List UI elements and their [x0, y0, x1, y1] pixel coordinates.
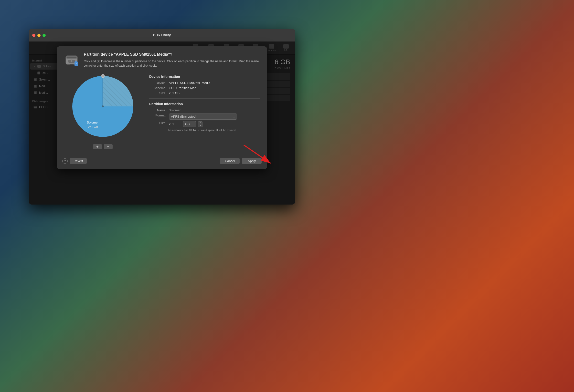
disk-utility-window: Disk Utility Volume First Aid Partition …	[29, 29, 295, 205]
partition-name-input[interactable]	[169, 108, 218, 112]
device-info-scheme-row: Scheme: GUID Partition Map	[149, 86, 260, 90]
svg-rect-15	[67, 57, 77, 58]
partition-size-input[interactable]	[169, 122, 181, 126]
remove-partition-button[interactable]: −	[104, 144, 113, 149]
partition-size-row: Size: GB MB TB ▲ ▼	[149, 121, 260, 127]
svg-point-36	[102, 105, 104, 107]
partition-name-label: Name:	[149, 108, 166, 112]
size-hint: This container has 89.14 GB used space. …	[166, 129, 260, 132]
partition-dialog: Partition device "APPLE SSD SM0256L Medi…	[57, 46, 267, 169]
svg-point-35	[101, 74, 104, 78]
close-button[interactable]	[32, 34, 35, 37]
device-info-scheme-value: GUID Partition Map	[169, 86, 196, 90]
device-info-device-value: APPLE SSD SM0256L Media	[169, 81, 210, 85]
info-separator	[149, 98, 260, 98]
pie-chart-container: Solomen 251 GB	[69, 72, 137, 141]
dialog-footer: ? Revert Cancel Apply	[57, 154, 267, 169]
partition-name-row: Name:	[149, 108, 260, 112]
svg-rect-22	[76, 63, 77, 64]
pie-chart-svg: Solomen 251 GB	[69, 72, 137, 141]
title-bar: Disk Utility	[29, 29, 295, 41]
size-stepper[interactable]: ▲ ▼	[198, 121, 203, 127]
partition-info-title: Partition Information	[149, 102, 260, 106]
window-title: Disk Utility	[153, 33, 171, 37]
add-partition-button[interactable]: +	[93, 144, 102, 149]
format-select[interactable]: APFS (Encrypted) APFS Mac OS Extended (J…	[169, 114, 237, 120]
size-unit-select[interactable]: GB MB TB	[183, 121, 196, 127]
format-select-wrapper: APFS (Encrypted) APFS Mac OS Extended (J…	[169, 114, 237, 120]
device-info-size-value: 251 GB	[169, 91, 180, 95]
stepper-up[interactable]: ▲	[198, 121, 202, 124]
cancel-button[interactable]: Cancel	[220, 158, 240, 164]
pie-controls: + −	[93, 144, 113, 149]
dialog-header-text: Partition device "APPLE SSD SM0256L Medi…	[84, 52, 260, 68]
device-info-device-label: Device:	[149, 81, 166, 85]
minimize-button[interactable]	[37, 34, 41, 37]
info-panel: Device Information Device: APPLE SSD SM0…	[149, 72, 260, 149]
svg-rect-19	[70, 64, 74, 65]
svg-text:Solomen: Solomen	[87, 120, 99, 124]
device-info-size-row: Size: 251 GB	[149, 91, 260, 95]
dialog-footer-right: Cancel Apply	[220, 158, 262, 164]
device-info-size-label: Size:	[149, 91, 166, 95]
dialog-description: Click add (+) to increase the number of …	[84, 59, 260, 68]
size-row: GB MB TB ▲ ▼	[169, 121, 203, 127]
partition-size-label: Size:	[149, 121, 166, 127]
pie-chart-area: Solomen 251 GB + −	[64, 72, 142, 149]
revert-button[interactable]: Revert	[70, 158, 87, 164]
dialog-title: Partition device "APPLE SSD SM0256L Medi…	[84, 52, 260, 57]
device-info-title: Device Information	[149, 75, 260, 78]
help-button[interactable]: ?	[62, 158, 68, 164]
window-controls	[32, 34, 46, 37]
maximize-button[interactable]	[42, 34, 46, 37]
device-info-device-row: Device: APPLE SSD SM0256L Media	[149, 81, 260, 85]
device-info-scheme-label: Scheme:	[149, 86, 166, 90]
dialog-footer-left: ? Revert	[62, 158, 87, 164]
stepper-down[interactable]: ▼	[198, 124, 202, 127]
partition-format-row: Format: APFS (Encrypted) APFS Mac OS Ext…	[149, 114, 260, 120]
svg-text:251 GB: 251 GB	[88, 125, 98, 129]
dialog-body: Solomen 251 GB + − Device Information	[57, 72, 267, 154]
partition-format-label: Format:	[149, 114, 166, 120]
dialog-disk-icon	[64, 52, 79, 68]
dialog-overlay: Partition device "APPLE SSD SM0256L Medi…	[29, 41, 295, 205]
svg-point-18	[71, 60, 72, 62]
dialog-header: Partition device "APPLE SSD SM0256L Medi…	[57, 46, 267, 72]
apply-button[interactable]: Apply	[242, 158, 262, 164]
